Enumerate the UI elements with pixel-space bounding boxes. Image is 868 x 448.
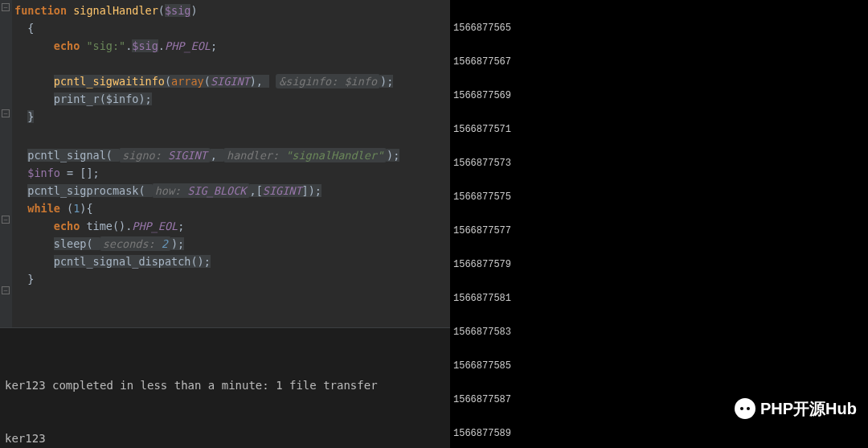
terminal-line: 1566877579 [453,259,865,270]
code-editor[interactable]: − − − − function signalHandler($sig) { e… [0,0,450,327]
terminal-line: 1566877565 [453,23,865,34]
terminal-output-right[interactable]: 1566877565 1566877567 1566877569 1566877… [450,0,868,448]
fold-toggle-icon[interactable]: − [2,3,10,11]
fold-toggle-icon[interactable]: − [2,286,10,294]
terminal-line: ker123 [5,430,445,447]
terminal-line: 1566877571 [453,124,865,135]
fold-toggle-icon[interactable]: − [2,216,10,224]
terminal-line: 1566877567 [453,56,865,68]
terminal-line: 1566877581 [453,293,865,304]
terminal-line: ker123 completed in less than a minute: … [5,376,445,394]
terminal-output-left[interactable]: ker123 completed in less than a minute: … [0,327,450,448]
terminal-line: 1566877589 [453,428,865,439]
watermark-text: PHP开源Hub [760,403,857,414]
terminal-line: 1566877575 [453,191,865,203]
fold-toggle-icon[interactable]: − [2,109,10,117]
terminal-line: 1566877577 [453,225,865,236]
wechat-icon [735,398,755,419]
terminal-line: 1566877583 [453,327,865,338]
terminal-line: 1566877585 [453,360,865,372]
terminal-line: 1566877573 [453,158,865,169]
watermark: PHP开源Hub [735,398,857,419]
editor-gutter: − − − − [0,0,12,327]
code-content[interactable]: function signalHandler($sig) { echo "sig… [0,0,450,288]
terminal-line: 1566877569 [453,90,865,101]
editor-pane: − − − − function signalHandler($sig) { e… [0,0,450,448]
